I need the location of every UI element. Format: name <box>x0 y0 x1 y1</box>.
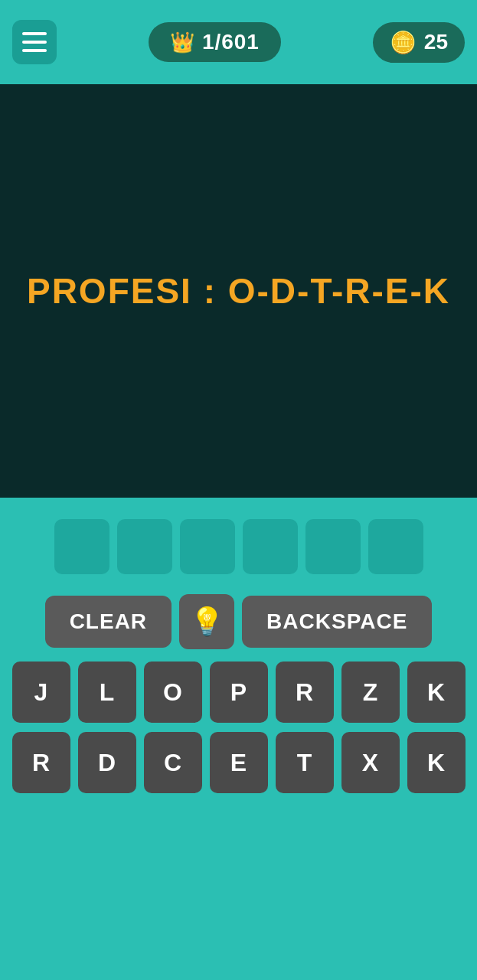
menu-icon-line1 <box>22 32 47 35</box>
key-K1[interactable]: K <box>407 662 466 723</box>
key-R2[interactable]: R <box>12 732 70 793</box>
coins-text: 25 <box>424 30 448 54</box>
key-X[interactable]: X <box>341 732 400 793</box>
menu-icon-line3 <box>22 49 47 52</box>
level-badge: 👑 1/601 <box>149 22 281 62</box>
answer-box-6 <box>368 519 423 574</box>
answer-box-5 <box>305 519 361 574</box>
crown-icon: 👑 <box>170 31 194 54</box>
keyboard-row-1: J L O P R Z K <box>6 662 471 723</box>
key-D[interactable]: D <box>78 732 136 793</box>
hint-icon: 💡 <box>190 606 224 638</box>
key-O[interactable]: O <box>144 662 202 723</box>
answer-box-2 <box>117 519 172 574</box>
key-Z[interactable]: Z <box>341 662 400 723</box>
coins-badge: 🪙 25 <box>373 22 465 63</box>
menu-icon-line2 <box>22 41 47 44</box>
key-J[interactable]: J <box>12 662 70 723</box>
answer-box-4 <box>243 519 298 574</box>
key-C[interactable]: C <box>144 732 202 793</box>
controls-row: CLEAR 💡 BACKSPACE <box>0 586 477 662</box>
key-P[interactable]: P <box>210 662 268 723</box>
key-T[interactable]: T <box>276 732 334 793</box>
hint-button[interactable]: 💡 <box>179 594 234 649</box>
key-K2[interactable]: K <box>407 732 466 793</box>
keyboard: J L O P R Z K R D C E T X K <box>0 662 477 793</box>
puzzle-clue: PROFESI : O-D-T-R-E-K <box>11 270 466 312</box>
menu-button[interactable] <box>12 20 57 64</box>
answer-box-3 <box>180 519 235 574</box>
key-R[interactable]: R <box>276 662 334 723</box>
key-E[interactable]: E <box>210 732 268 793</box>
answer-box-1 <box>54 519 109 574</box>
clear-button[interactable]: CLEAR <box>45 596 172 648</box>
keyboard-row-2: R D C E T X K <box>6 732 471 793</box>
header: 👑 1/601 🪙 25 <box>0 0 477 84</box>
answer-area <box>0 498 477 586</box>
coin-icon: 🪙 <box>390 30 417 55</box>
backspace-button[interactable]: BACKSPACE <box>242 596 432 648</box>
puzzle-area: PROFESI : O-D-T-R-E-K <box>0 84 477 498</box>
level-text: 1/601 <box>202 30 260 54</box>
key-L[interactable]: L <box>78 662 136 723</box>
